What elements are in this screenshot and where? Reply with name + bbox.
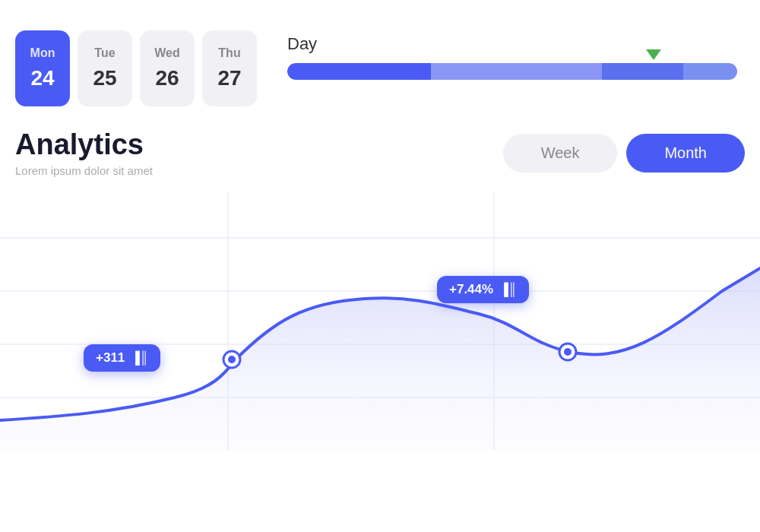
svg-point-9 (564, 348, 572, 356)
day-name: Thu (218, 46, 240, 60)
day-card-mon[interactable]: Mon24 (15, 30, 70, 106)
analytics-title: Analytics (15, 129, 488, 161)
chart-svg (0, 192, 760, 451)
tooltip-badge-1: +311 ▐║ (84, 344, 160, 372)
progress-bar[interactable] (287, 63, 737, 80)
analytics-section: Analytics Lorem ipsum dolor sit amet Wee… (0, 122, 760, 188)
day-number: 27 (217, 66, 241, 90)
day-card-thu[interactable]: Thu27 (202, 30, 257, 106)
day-name: Mon (30, 46, 55, 60)
svg-point-7 (228, 356, 236, 363)
week-toggle-button[interactable]: Week (503, 134, 618, 173)
toggle-group: Week Month (503, 134, 745, 173)
day-number: 25 (93, 66, 116, 90)
day-name: Tue (94, 46, 115, 60)
tooltip-value-1: +311 (96, 350, 125, 366)
progress-bar-container (287, 63, 737, 80)
day-label: Day (287, 34, 737, 54)
progress-segment-4 (683, 63, 737, 80)
day-widget: Day (287, 30, 737, 80)
tooltip-badge-2: +7.44% ▐║ (437, 276, 529, 303)
month-toggle-button[interactable]: Month (626, 134, 745, 173)
bar-chart-icon-1: ▐║ (131, 351, 148, 365)
day-card-tue[interactable]: Tue25 (78, 30, 132, 106)
day-card-wed[interactable]: Wed26 (140, 30, 195, 106)
analytics-subtitle: Lorem ipsum dolor sit amet (15, 164, 488, 177)
day-number: 26 (155, 66, 179, 90)
bar-chart-icon-2: ▐║ (499, 283, 517, 296)
tooltip-value-2: +7.44% (449, 282, 493, 297)
day-number: 24 (30, 66, 54, 90)
progress-segment-1 (287, 63, 431, 80)
progress-segment-3 (602, 63, 683, 80)
chart-section: +311 ▐║ +7.44% ▐║ (0, 192, 760, 451)
analytics-text: Analytics Lorem ipsum dolor sit amet (15, 129, 488, 177)
calendar-days: Mon24Tue25Wed26Thu27 (15, 30, 257, 106)
progress-segment-2 (431, 63, 602, 80)
day-name: Wed (154, 46, 179, 60)
progress-indicator-arrow (646, 49, 661, 60)
